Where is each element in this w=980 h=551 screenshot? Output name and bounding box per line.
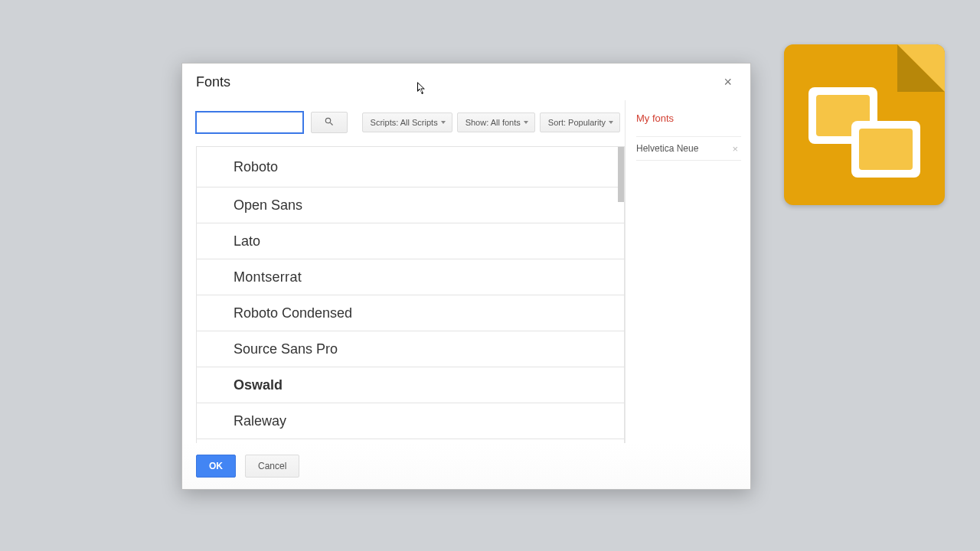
my-fonts-panel: My fonts Helvetica Neue × — [625, 100, 750, 443]
my-fonts-title: My fonts — [636, 112, 741, 136]
font-name: Raleway — [234, 413, 286, 429]
font-name: Montserrat — [234, 269, 302, 285]
chevron-down-icon — [524, 121, 528, 124]
font-name: Open Sans — [234, 197, 302, 214]
font-list-item[interactable]: Montserrat — [197, 259, 624, 295]
font-list-item[interactable]: Roboto Condensed — [197, 295, 624, 331]
font-name: Roboto Condensed — [234, 305, 352, 321]
remove-font-icon[interactable]: × — [729, 142, 741, 156]
font-name: Lato — [234, 233, 260, 249]
font-name: Roboto — [234, 159, 278, 175]
my-fonts-item[interactable]: Helvetica Neue × — [636, 136, 741, 161]
sort-filter-label: Sort: Popularity — [548, 118, 606, 127]
fonts-toolbar: Scripts: All Scripts Show: All fonts Sor… — [196, 109, 625, 135]
font-list-item[interactable]: Raleway — [197, 403, 624, 439]
fonts-left-panel: Scripts: All Scripts Show: All fonts Sor… — [182, 100, 625, 443]
scripts-filter-label: Scripts: All Scripts — [371, 118, 438, 127]
dialog-body: Scripts: All Scripts Show: All fonts Sor… — [182, 100, 750, 443]
show-filter[interactable]: Show: All fonts — [457, 112, 535, 132]
ok-button[interactable]: OK — [196, 455, 236, 478]
font-list-item[interactable]: Source Sans Pro — [197, 331, 624, 367]
dialog-header: Fonts × — [182, 64, 750, 100]
show-filter-label: Show: All fonts — [466, 118, 521, 127]
fonts-dialog: Fonts × Scripts: All Scripts S — [181, 63, 751, 490]
font-search-input[interactable] — [196, 112, 303, 133]
font-list-item[interactable]: Lato — [197, 223, 624, 259]
font-name: Oswald — [234, 377, 283, 393]
font-list-item[interactable]: Oswald — [197, 367, 624, 403]
chevron-down-icon — [441, 121, 446, 124]
search-icon — [324, 116, 335, 129]
sort-filter[interactable]: Sort: Popularity — [540, 112, 620, 132]
dialog-footer: OK Cancel — [182, 443, 750, 489]
dialog-title: Fonts — [196, 74, 230, 90]
chevron-down-icon — [609, 121, 613, 124]
slides-icon-front — [851, 121, 920, 178]
font-list[interactable]: Roboto Open Sans Lato Montserrat Roboto … — [196, 146, 625, 443]
filter-group: Scripts: All Scripts Show: All fonts Sor… — [362, 112, 625, 132]
search-button[interactable] — [311, 112, 348, 133]
cancel-button[interactable]: Cancel — [245, 455, 299, 478]
font-list-item[interactable]: Roboto — [197, 147, 624, 187]
close-icon[interactable]: × — [719, 72, 737, 92]
scripts-filter[interactable]: Scripts: All Scripts — [362, 112, 452, 132]
my-fonts-item-label: Helvetica Neue — [636, 143, 698, 154]
font-list-item[interactable]: Open Sans — [197, 187, 624, 223]
scrollbar-thumb[interactable] — [618, 147, 624, 202]
font-name: Source Sans Pro — [234, 341, 338, 357]
google-slides-logo — [784, 44, 945, 205]
